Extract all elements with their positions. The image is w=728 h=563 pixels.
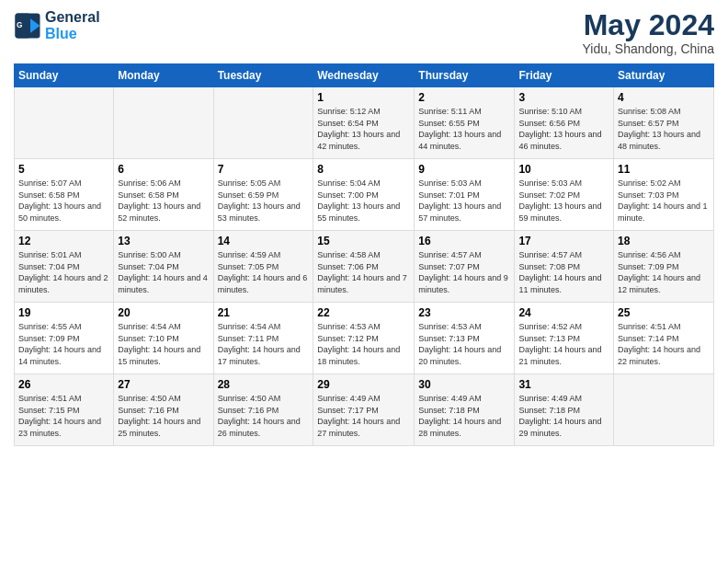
calendar-cell: 13Sunrise: 5:00 AM Sunset: 7:04 PM Dayli… xyxy=(114,231,213,303)
day-info: Sunrise: 4:53 AM Sunset: 7:13 PM Dayligh… xyxy=(418,321,510,367)
header-cell-saturday: Saturday xyxy=(614,64,714,87)
calendar-cell xyxy=(213,87,313,159)
header: G General Blue May 2024 Yidu, Shandong, … xyxy=(14,9,714,56)
day-info: Sunrise: 4:55 AM Sunset: 7:09 PM Dayligh… xyxy=(18,321,109,367)
day-info: Sunrise: 5:02 AM Sunset: 7:03 PM Dayligh… xyxy=(618,178,710,224)
day-info: Sunrise: 5:00 AM Sunset: 7:04 PM Dayligh… xyxy=(118,249,209,295)
calendar-cell: 11Sunrise: 5:02 AM Sunset: 7:03 PM Dayli… xyxy=(614,159,714,231)
day-number: 24 xyxy=(518,306,609,319)
header-cell-thursday: Thursday xyxy=(415,64,515,87)
day-info: Sunrise: 4:53 AM Sunset: 7:12 PM Dayligh… xyxy=(317,321,410,367)
title-area: May 2024 Yidu, Shandong, China xyxy=(583,9,714,56)
day-number: 19 xyxy=(18,306,109,319)
header-row: SundayMondayTuesdayWednesdayThursdayFrid… xyxy=(15,64,714,87)
calendar-cell: 10Sunrise: 5:03 AM Sunset: 7:02 PM Dayli… xyxy=(515,159,614,231)
header-cell-wednesday: Wednesday xyxy=(313,64,415,87)
day-number: 12 xyxy=(18,235,109,247)
day-info: Sunrise: 4:50 AM Sunset: 7:16 PM Dayligh… xyxy=(118,393,209,439)
calendar-body: 1Sunrise: 5:12 AM Sunset: 6:54 PM Daylig… xyxy=(15,87,714,446)
calendar-cell: 15Sunrise: 4:58 AM Sunset: 7:06 PM Dayli… xyxy=(313,231,415,303)
header-cell-tuesday: Tuesday xyxy=(213,64,313,87)
calendar-cell: 3Sunrise: 5:10 AM Sunset: 6:56 PM Daylig… xyxy=(515,87,614,159)
day-info: Sunrise: 5:01 AM Sunset: 7:04 PM Dayligh… xyxy=(18,249,109,295)
day-info: Sunrise: 4:51 AM Sunset: 7:15 PM Dayligh… xyxy=(18,393,109,439)
day-info: Sunrise: 4:49 AM Sunset: 7:18 PM Dayligh… xyxy=(418,393,510,439)
calendar-cell: 28Sunrise: 4:50 AM Sunset: 7:16 PM Dayli… xyxy=(213,374,313,446)
day-number: 9 xyxy=(418,163,510,176)
day-number: 27 xyxy=(118,378,209,391)
day-number: 5 xyxy=(18,163,109,176)
day-info: Sunrise: 4:59 AM Sunset: 7:05 PM Dayligh… xyxy=(218,249,310,295)
calendar-cell xyxy=(114,87,213,159)
day-info: Sunrise: 4:57 AM Sunset: 7:07 PM Dayligh… xyxy=(418,249,510,295)
day-info: Sunrise: 5:08 AM Sunset: 6:57 PM Dayligh… xyxy=(618,106,710,152)
day-info: Sunrise: 5:12 AM Sunset: 6:54 PM Dayligh… xyxy=(317,106,410,152)
month-title: May 2024 xyxy=(583,9,714,41)
calendar-cell: 26Sunrise: 4:51 AM Sunset: 7:15 PM Dayli… xyxy=(15,374,114,446)
calendar-cell: 30Sunrise: 4:49 AM Sunset: 7:18 PM Dayli… xyxy=(415,374,515,446)
day-info: Sunrise: 5:04 AM Sunset: 7:00 PM Dayligh… xyxy=(317,178,410,224)
page-container: G General Blue May 2024 Yidu, Shandong, … xyxy=(0,0,728,455)
calendar-header: SundayMondayTuesdayWednesdayThursdayFrid… xyxy=(15,64,714,87)
calendar-cell: 1Sunrise: 5:12 AM Sunset: 6:54 PM Daylig… xyxy=(313,87,415,159)
day-info: Sunrise: 4:49 AM Sunset: 7:17 PM Dayligh… xyxy=(317,393,410,439)
calendar-cell: 17Sunrise: 4:57 AM Sunset: 7:08 PM Dayli… xyxy=(515,231,614,303)
calendar-cell: 5Sunrise: 5:07 AM Sunset: 6:58 PM Daylig… xyxy=(15,159,114,231)
day-info: Sunrise: 4:58 AM Sunset: 7:06 PM Dayligh… xyxy=(317,249,410,295)
day-number: 29 xyxy=(317,378,410,391)
day-number: 23 xyxy=(418,306,510,319)
calendar-cell: 18Sunrise: 4:56 AM Sunset: 7:09 PM Dayli… xyxy=(614,231,714,303)
day-number: 13 xyxy=(118,235,209,247)
week-row-2: 12Sunrise: 5:01 AM Sunset: 7:04 PM Dayli… xyxy=(15,231,714,303)
header-cell-sunday: Sunday xyxy=(15,64,114,87)
day-number: 3 xyxy=(518,91,609,104)
calendar-cell xyxy=(614,374,714,446)
header-cell-monday: Monday xyxy=(114,64,213,87)
calendar-cell: 21Sunrise: 4:54 AM Sunset: 7:11 PM Dayli… xyxy=(213,303,313,374)
calendar-cell: 20Sunrise: 4:54 AM Sunset: 7:10 PM Dayli… xyxy=(114,303,213,374)
day-number: 16 xyxy=(418,235,510,247)
day-number: 8 xyxy=(317,163,410,176)
day-number: 4 xyxy=(618,91,710,104)
day-number: 30 xyxy=(418,378,510,391)
day-info: Sunrise: 4:49 AM Sunset: 7:18 PM Dayligh… xyxy=(518,393,609,439)
calendar-cell: 8Sunrise: 5:04 AM Sunset: 7:00 PM Daylig… xyxy=(313,159,415,231)
calendar-cell: 24Sunrise: 4:52 AM Sunset: 7:13 PM Dayli… xyxy=(515,303,614,374)
header-cell-friday: Friday xyxy=(515,64,614,87)
calendar-cell: 22Sunrise: 4:53 AM Sunset: 7:12 PM Dayli… xyxy=(313,303,415,374)
week-row-4: 26Sunrise: 4:51 AM Sunset: 7:15 PM Dayli… xyxy=(15,374,714,446)
day-info: Sunrise: 5:07 AM Sunset: 6:58 PM Dayligh… xyxy=(18,178,109,224)
day-number: 6 xyxy=(118,163,209,176)
day-info: Sunrise: 4:51 AM Sunset: 7:14 PM Dayligh… xyxy=(618,321,710,367)
calendar-cell: 9Sunrise: 5:03 AM Sunset: 7:01 PM Daylig… xyxy=(415,159,515,231)
day-number: 2 xyxy=(418,91,510,104)
day-number: 10 xyxy=(518,163,609,176)
calendar-cell xyxy=(15,87,114,159)
calendar-cell: 27Sunrise: 4:50 AM Sunset: 7:16 PM Dayli… xyxy=(114,374,213,446)
day-number: 14 xyxy=(218,235,310,247)
day-number: 21 xyxy=(218,306,310,319)
calendar-cell: 29Sunrise: 4:49 AM Sunset: 7:17 PM Dayli… xyxy=(313,374,415,446)
week-row-1: 5Sunrise: 5:07 AM Sunset: 6:58 PM Daylig… xyxy=(15,159,714,231)
logo-icon: G xyxy=(14,12,41,40)
day-number: 26 xyxy=(18,378,109,391)
day-info: Sunrise: 4:50 AM Sunset: 7:16 PM Dayligh… xyxy=(218,393,310,439)
day-number: 28 xyxy=(218,378,310,391)
week-row-0: 1Sunrise: 5:12 AM Sunset: 6:54 PM Daylig… xyxy=(15,87,714,159)
calendar-cell: 6Sunrise: 5:06 AM Sunset: 6:58 PM Daylig… xyxy=(114,159,213,231)
calendar-cell: 2Sunrise: 5:11 AM Sunset: 6:55 PM Daylig… xyxy=(415,87,515,159)
calendar-table: SundayMondayTuesdayWednesdayThursdayFrid… xyxy=(14,63,714,446)
day-info: Sunrise: 5:03 AM Sunset: 7:02 PM Dayligh… xyxy=(518,178,609,224)
logo: G General Blue xyxy=(14,9,100,41)
day-number: 20 xyxy=(118,306,209,319)
day-number: 11 xyxy=(618,163,710,176)
day-info: Sunrise: 4:54 AM Sunset: 7:11 PM Dayligh… xyxy=(218,321,310,367)
day-info: Sunrise: 5:11 AM Sunset: 6:55 PM Dayligh… xyxy=(418,106,510,152)
day-number: 17 xyxy=(518,235,609,247)
logo-text-line2: Blue xyxy=(45,26,100,42)
day-info: Sunrise: 4:54 AM Sunset: 7:10 PM Dayligh… xyxy=(118,321,209,367)
day-info: Sunrise: 4:52 AM Sunset: 7:13 PM Dayligh… xyxy=(518,321,609,367)
calendar-cell: 25Sunrise: 4:51 AM Sunset: 7:14 PM Dayli… xyxy=(614,303,714,374)
day-number: 31 xyxy=(518,378,609,391)
day-number: 18 xyxy=(618,235,710,247)
